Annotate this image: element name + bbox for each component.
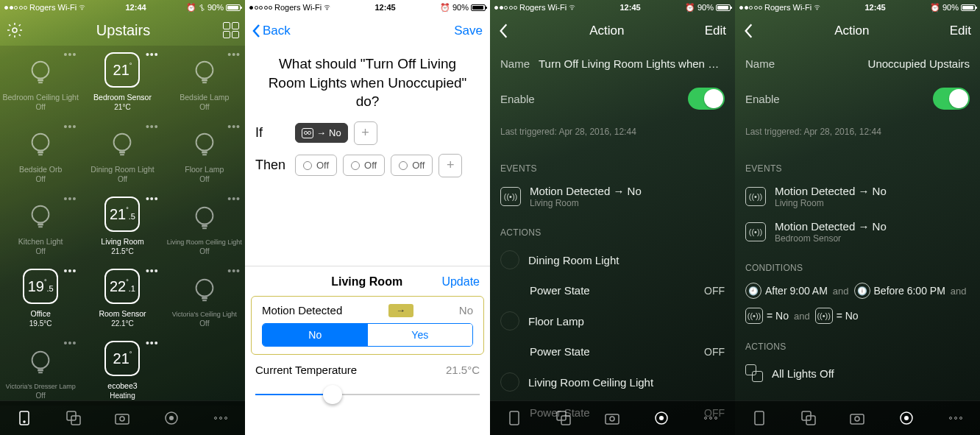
cond-before[interactable]: 🕕Before 6:00 PM [854, 283, 945, 299]
more-icon[interactable]: ••• [64, 265, 77, 277]
tile-name: Living Room Ceiling Light [167, 239, 242, 247]
tab-camera[interactable] [848, 409, 867, 428]
name-row[interactable]: NameUnoccupied Upstairs [735, 47, 980, 79]
device-tile[interactable]: •••Bedside OrbOff [0, 118, 81, 189]
carrier: Rogers Wi-Fi [29, 3, 77, 12]
device-tile[interactable]: •••Floor LampOff [164, 118, 245, 189]
temp-slider[interactable] [255, 385, 480, 406]
then-action-3[interactable]: Off [391, 155, 433, 176]
save-button[interactable]: Save [454, 24, 483, 38]
svg-rect-46 [851, 414, 864, 424]
tab-camera[interactable] [113, 409, 132, 428]
device-tile[interactable]: •••21°.5Living Room21.5°C [82, 190, 163, 261]
tab-scenes[interactable] [799, 409, 818, 428]
action-property[interactable]: Power StateOFF [490, 277, 735, 304]
tab-rooms[interactable] [505, 409, 524, 428]
nav-bar: Action Edit [490, 15, 735, 47]
enable-toggle[interactable] [933, 88, 970, 110]
event-item[interactable]: ((•))Motion Detected → NoLiving Room [735, 179, 980, 214]
layout-grid-icon[interactable] [223, 22, 239, 38]
tab-automation[interactable] [162, 409, 181, 428]
action-scene[interactable]: All Lights Off [735, 357, 980, 389]
device-tile[interactable]: •••19°.5Office19.5°C [0, 262, 81, 333]
tab-more[interactable] [211, 409, 230, 428]
seg-no[interactable]: No [263, 324, 368, 346]
sensor-icon: 19°.5 [23, 269, 58, 304]
device-grid: •••Bedroom Ceiling LightOff•••21°Bedroom… [0, 46, 245, 406]
name-row[interactable]: NameTurn Off Living Room Lights when Uno… [490, 47, 735, 79]
device-tile[interactable]: •••21°ecobee3Heating [82, 334, 163, 406]
event-item[interactable]: ((•)) Motion Detected → NoLiving Room [490, 179, 735, 214]
device-tile[interactable]: •••Bedside LampOff [164, 46, 245, 117]
tab-camera[interactable] [603, 409, 622, 428]
more-icon[interactable]: ••• [227, 121, 241, 132]
device-tile[interactable]: •••Living Room Ceiling LightOff [164, 190, 245, 261]
svg-rect-23 [202, 297, 207, 300]
gear-icon[interactable] [6, 21, 24, 39]
edit-button[interactable]: Edit [705, 24, 726, 38]
cond-after[interactable]: 🕘After 9:00 AM [745, 283, 828, 299]
add-condition-button[interactable]: + [354, 121, 377, 145]
svg-rect-26 [38, 369, 43, 372]
update-button[interactable]: Update [441, 275, 480, 289]
actions-header: ACTIONS [490, 214, 735, 243]
then-action-2[interactable]: Off [343, 155, 385, 176]
cond-motion-2[interactable]: ((•))= No [815, 308, 859, 324]
device-tile[interactable]: •••22°.1Room Sensor22.1°C [82, 262, 163, 333]
back-button[interactable]: Back [252, 24, 291, 38]
tile-name: Bedside Orb [19, 166, 62, 174]
event-item[interactable]: ((•))Motion Detected → NoBedroom Sensor [735, 214, 980, 250]
sensor-icon: 22°.1 [104, 269, 140, 304]
tab-rooms[interactable] [15, 409, 34, 428]
bulb-icon [500, 311, 519, 330]
device-tile[interactable]: •••Kitchen LightOff [0, 190, 81, 261]
cond-motion-1[interactable]: ((•))= No [745, 308, 789, 324]
tab-more[interactable] [946, 409, 965, 428]
more-icon[interactable]: ••• [64, 337, 77, 349]
more-icon[interactable]: ••• [64, 193, 77, 205]
page-title: Action [834, 24, 869, 38]
more-icon[interactable]: ••• [146, 49, 159, 60]
tile-name: Bedroom Ceiling Light [3, 93, 79, 102]
action-device[interactable]: Floor Lamp [490, 304, 735, 338]
back-icon[interactable] [744, 23, 754, 39]
then-action-1[interactable]: Off [295, 155, 337, 176]
more-icon[interactable]: ••• [227, 49, 241, 60]
more-icon[interactable]: ••• [146, 121, 159, 132]
tab-scenes[interactable] [554, 409, 573, 428]
back-icon[interactable] [499, 23, 509, 39]
action-device[interactable]: Dining Room Light [490, 243, 735, 277]
device-tile[interactable]: •••21°Bedroom Sensor21°C [82, 46, 163, 117]
device-tile[interactable]: •••Victoria's Ceiling LightOff [164, 262, 245, 333]
svg-point-16 [32, 206, 49, 223]
more-icon[interactable]: ••• [146, 265, 159, 277]
device-tile[interactable]: •••Victoria's Dresser LampOff [0, 334, 81, 406]
tab-rooms[interactable] [750, 409, 769, 428]
more-icon[interactable]: ••• [227, 193, 241, 205]
bulb-icon [500, 372, 519, 392]
more-icon[interactable]: ••• [64, 49, 77, 60]
status-bar: Rogers Wi-Fi 12:45 ⏰90% [735, 0, 980, 15]
enable-toggle[interactable] [688, 88, 725, 110]
svg-point-0 [13, 28, 17, 32]
add-action-button[interactable]: + [438, 154, 462, 177]
device-tile[interactable]: •••Dining Room LightOff [82, 118, 163, 189]
edit-button[interactable]: Edit [950, 24, 971, 38]
tile-status: 21°C [114, 103, 130, 111]
more-icon[interactable]: ••• [227, 265, 241, 277]
bulb-icon [303, 161, 312, 170]
more-icon[interactable]: ••• [146, 193, 159, 205]
action-device[interactable]: Living Room Ceiling Light [490, 365, 735, 399]
tab-automation[interactable] [897, 409, 916, 428]
action-property[interactable]: Power StateOFF [490, 338, 735, 365]
action-detail-screen-1: Rogers Wi-Fi 12:45 ⏰90% Action Edit Name… [490, 0, 735, 435]
more-icon[interactable]: ••• [146, 337, 159, 349]
if-condition-pill[interactable]: →No [295, 123, 348, 143]
tab-more[interactable] [701, 409, 720, 428]
tab-scenes[interactable] [64, 409, 83, 428]
tab-automation[interactable] [652, 409, 671, 428]
more-icon[interactable]: ••• [64, 121, 77, 132]
seg-yes[interactable]: Yes [368, 324, 473, 346]
device-tile[interactable]: •••Bedroom Ceiling LightOff [0, 46, 81, 117]
rule-heading: What should "Turn Off Living Room Lights… [245, 47, 490, 121]
